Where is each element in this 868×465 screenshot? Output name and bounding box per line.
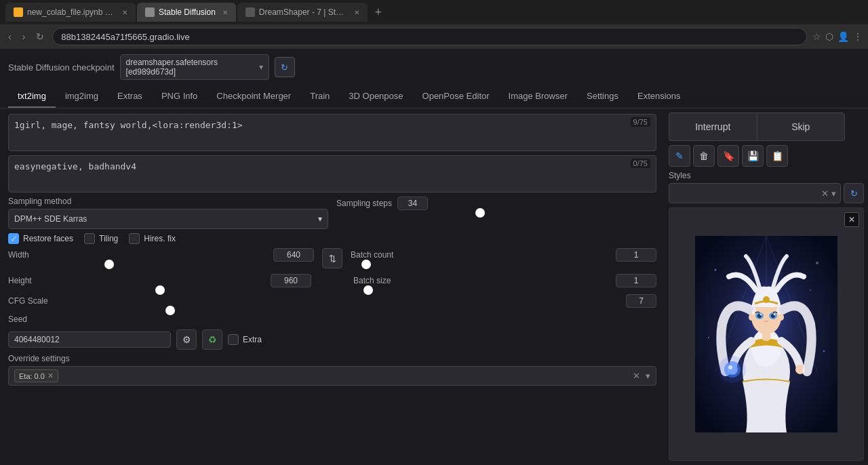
width-thumb[interactable] [104,260,114,269]
tiling-label: Tiling [99,234,118,243]
tab-train[interactable]: Train [300,85,339,108]
negative-prompt-box: 0/75 [8,155,656,193]
sampling-steps-label: Sampling steps [336,199,392,208]
override-input[interactable]: Eta: 0.0 ✕ ✕ ▾ [8,366,656,386]
batch-size-thumb[interactable] [363,285,373,295]
cfg-scale-label: CFG Scale [8,296,48,306]
styles-clear-icon[interactable]: ✕ [821,188,829,199]
sampling-method-value: DPM++ SDE Karras [14,214,87,224]
tab-colab[interactable]: new_colab_file.ipynb - Colabora... ✕ [5,3,136,22]
forward-button[interactable]: › [20,28,28,45]
eta-tag-close-icon[interactable]: ✕ [47,371,54,380]
override-arrow-icon[interactable]: ▾ [646,371,650,381]
tab-image-browser[interactable]: Image Browser [499,85,577,108]
height-input[interactable] [271,274,311,287]
sampling-steps-thumb[interactable] [475,208,485,218]
batch-count-label: Batch count [351,250,393,260]
width-label: Width [8,250,29,260]
star-icon[interactable]: ☆ [812,31,821,42]
generated-image [695,236,837,432]
tab-extras[interactable]: Extras [108,85,152,108]
width-input[interactable] [273,248,314,262]
tab-checkpoint-merger[interactable]: Checkpoint Merger [207,85,300,108]
tab-extensions[interactable]: Extensions [628,85,690,108]
restore-faces-checkbox[interactable]: ✓ Restore faces [8,233,73,244]
main-layout: 9/75 0/75 Sampling method DPM++ SDE Karr… [0,108,868,465]
checkpoint-select[interactable]: dreamshaper.safetensors [ed989d673d] ▾ [120,54,269,80]
tab-colab-label: new_colab_file.ipynb - Colabora... [27,7,115,17]
styles-field[interactable] [673,188,818,199]
menu-icon[interactable]: ⋮ [853,31,863,42]
seed-row: ⚙ ♻ Extra [8,329,656,350]
tab-dreamshaper[interactable]: DreamShaper - 7 | Stable Diffusio... ✕ [237,3,368,22]
tab-img2img[interactable]: img2img [56,85,108,108]
seed-dice-button[interactable]: ⚙ [176,329,197,350]
batch-count-input[interactable] [616,248,656,262]
checkpoint-refresh-button[interactable]: ↻ [275,57,295,77]
browser-chrome: new_colab_file.ipynb - Colabora... ✕ Sta… [0,0,868,49]
address-text: 88b1382445a71f5665.gradio.live [61,32,189,42]
tab-3d-openpose[interactable]: 3D Openpose [339,85,412,108]
style-copy-button[interactable]: 📋 [766,145,788,167]
svg-point-26 [816,262,818,264]
sampling-row: Sampling method DPM++ SDE Karras ▾ Sampl… [8,197,656,229]
cfg-scale-value[interactable]: 7 [626,294,656,308]
tab-settings[interactable]: Settings [577,85,628,108]
interrupt-skip-group: Interrupt Skip [669,113,845,141]
svg-point-15 [760,314,762,316]
hires-fix-checkbox[interactable]: Hires. fix [129,233,176,244]
tab-colab-close[interactable]: ✕ [122,9,127,16]
address-input[interactable]: 88b1382445a71f5665.gradio.live [52,28,807,45]
tiling-checkbox[interactable]: Tiling [84,233,118,244]
tab-txt2img[interactable]: txt2img [8,85,56,108]
extra-checkbox[interactable]: Extra [228,334,262,345]
seed-label: Seed [8,315,656,324]
sd-icon [145,7,155,17]
styles-arrow-icon[interactable]: ▾ [831,188,836,199]
styles-input[interactable]: ✕ ▾ [669,183,841,203]
svg-point-25 [810,289,811,291]
extension-icon[interactable]: ⬡ [825,31,833,42]
checkpoint-bar: Stable Diffusion checkpoint dreamshaper.… [0,49,868,85]
tab-ds-close[interactable]: ✕ [354,9,359,16]
tab-openpose-editor[interactable]: OpenPose Editor [413,85,499,108]
svg-point-17 [749,314,754,321]
seed-recycle-button[interactable]: ♻ [202,329,222,350]
batch-size-input[interactable] [616,274,656,287]
main-tabs: txt2img img2img Extras PNG Info Checkpoi… [0,85,868,108]
seed-input[interactable] [8,331,171,348]
positive-token-count: 9/75 [631,117,650,127]
height-thumb[interactable] [155,285,165,295]
cfg-scale-thumb[interactable] [165,306,175,315]
address-bar: ‹ › ↻ 88b1382445a71f5665.gradio.live ☆ ⬡… [0,24,868,49]
left-panel: 9/75 0/75 Sampling method DPM++ SDE Karr… [0,108,665,465]
sampling-steps-group: Sampling steps 34 [336,197,656,213]
ds-icon [245,7,255,17]
tab-png-info[interactable]: PNG Info [152,85,207,108]
tab-sd-close[interactable]: ✕ [222,9,228,16]
negative-prompt-input[interactable] [9,156,656,190]
new-tab-button[interactable]: + [369,3,388,22]
sampling-method-group: Sampling method DPM++ SDE Karras ▾ [8,197,328,229]
style-edit-button[interactable]: ✎ [669,145,690,167]
tab-stable-diffusion[interactable]: Stable Diffusion ✕ [137,3,236,22]
styles-refresh-button[interactable]: ↻ [844,183,864,203]
profile-icon[interactable]: 👤 [837,31,849,42]
generated-image-container: ✕ [669,207,864,461]
batch-count-thumb[interactable] [361,260,371,269]
skip-button[interactable]: Skip [757,113,846,141]
override-clear-icon[interactable]: ✕ [633,371,640,381]
positive-prompt-input[interactable] [9,115,656,148]
interrupt-button[interactable]: Interrupt [669,113,757,141]
style-bookmark-button[interactable]: 🔖 [717,145,739,167]
swap-dimensions-button[interactable]: ⇅ [322,248,342,268]
sampling-steps-value[interactable]: 34 [397,197,428,210]
style-trash-button[interactable]: 🗑 [693,145,715,167]
image-close-button[interactable]: ✕ [844,212,859,227]
sampling-method-select[interactable]: DPM++ SDE Karras ▾ [8,209,328,229]
styles-label: Styles [669,171,864,180]
positive-prompt-box: 9/75 [8,114,656,151]
style-save-button[interactable]: 💾 [742,145,764,167]
reload-button[interactable]: ↻ [33,28,47,45]
back-button[interactable]: ‹ [5,28,14,45]
